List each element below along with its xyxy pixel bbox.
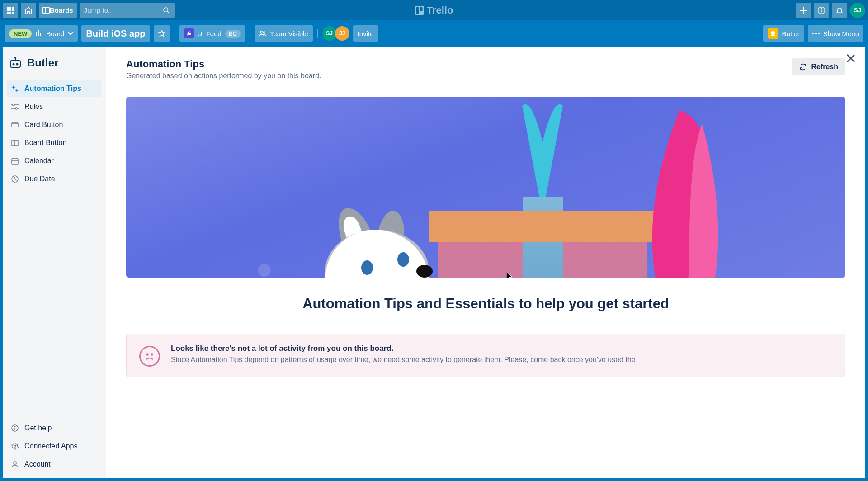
board-title-text: Build iOS app	[86, 28, 145, 39]
info-icon	[817, 6, 826, 14]
show-menu-label: Show Menu	[823, 30, 859, 38]
nav-label: Rules	[24, 103, 43, 111]
notifications-button[interactable]	[832, 3, 847, 18]
refresh-button[interactable]: Refresh	[792, 58, 845, 75]
svg-point-28	[812, 33, 814, 34]
invite-button[interactable]: Invite	[353, 25, 378, 42]
info-icon	[11, 424, 19, 432]
hero-title: Automation Tips and Essentials to help y…	[126, 296, 845, 312]
nav-label: Connected Apps	[24, 442, 77, 450]
bell-icon	[835, 6, 844, 14]
svg-marker-37	[15, 89, 19, 92]
nav-connected-apps[interactable]: Connected Apps	[7, 438, 101, 455]
board-bars-icon	[35, 30, 42, 37]
hero-illustration	[126, 97, 845, 278]
create-button[interactable]	[796, 3, 811, 18]
nav-get-help[interactable]: Get help	[7, 420, 101, 437]
nav-label: Board Button	[24, 139, 66, 147]
team-icon	[259, 30, 266, 37]
boards-icon	[42, 7, 50, 14]
nav-due-date[interactable]: Due Date	[7, 170, 101, 188]
global-topbar: Boards Trello SJ	[0, 0, 868, 20]
ui-feed-label: UI Feed	[198, 30, 222, 38]
nav-card-button[interactable]: Card Button	[7, 116, 101, 133]
board-switch-label: Board	[46, 30, 64, 38]
mouse-cursor-icon	[506, 271, 513, 278]
svg-rect-2	[12, 7, 14, 9]
search-box[interactable]	[80, 3, 175, 18]
svg-rect-42	[12, 123, 18, 127]
svg-point-59	[151, 354, 153, 355]
refresh-icon	[799, 63, 807, 71]
notice-title: Looks like there's not a lot of activity…	[171, 344, 636, 353]
search-input[interactable]	[84, 6, 170, 14]
card-icon	[11, 122, 19, 127]
svg-point-41	[15, 108, 17, 109]
close-button[interactable]	[846, 54, 855, 63]
boards-button[interactable]: Boards	[39, 3, 77, 18]
divider	[175, 29, 175, 38]
apps-menu-button[interactable]	[3, 3, 18, 18]
divider	[317, 29, 318, 38]
board-icon	[11, 140, 19, 146]
nav-label: Card Button	[24, 121, 63, 129]
more-icon	[812, 33, 820, 34]
brand-name: Trello	[427, 5, 453, 16]
svg-rect-6	[7, 12, 9, 14]
svg-rect-5	[12, 9, 14, 11]
close-icon	[846, 54, 855, 63]
member-avatar[interactable]: JJ	[335, 26, 349, 41]
show-menu-button[interactable]: Show Menu	[808, 25, 863, 42]
svg-point-20	[821, 8, 822, 9]
svg-rect-31	[10, 61, 20, 67]
board-switcher[interactable]: NEW Board	[5, 25, 78, 42]
svg-point-39	[13, 104, 14, 106]
butler-button[interactable]: Butler	[763, 25, 804, 42]
svg-point-33	[15, 57, 16, 58]
nav-automation-tips[interactable]: Automation Tips	[7, 80, 101, 97]
svg-point-26	[263, 32, 265, 33]
svg-point-30	[818, 33, 820, 34]
svg-rect-0	[7, 7, 9, 9]
star-board-button[interactable]	[154, 25, 170, 42]
visibility-label: Team Visible	[270, 30, 308, 38]
home-button[interactable]	[21, 3, 36, 18]
member-avatar[interactable]: SJ	[322, 26, 337, 41]
content-header: Automation Tips Generated based on actio…	[126, 58, 845, 92]
svg-rect-1	[9, 7, 11, 9]
divider	[250, 29, 250, 38]
page-subheading: Generated based on actions performed by …	[126, 72, 321, 80]
refresh-label: Refresh	[811, 63, 838, 71]
user-avatar[interactable]: SJ	[850, 3, 865, 18]
ui-feed-chip[interactable]: UI Feed BC	[179, 25, 245, 42]
invite-label: Invite	[358, 30, 374, 38]
nav-board-button[interactable]: Board Button	[7, 134, 101, 151]
ribbon-curl-icon	[621, 97, 738, 278]
gear-icon	[11, 443, 19, 450]
svg-point-35	[17, 64, 18, 65]
boards-label: Boards	[50, 6, 73, 14]
low-activity-notice: Looks like there's not a lot of activity…	[126, 334, 845, 377]
nav-rules[interactable]: Rules	[7, 98, 101, 115]
svg-point-55	[14, 462, 16, 464]
svg-point-11	[164, 8, 168, 12]
svg-line-12	[167, 11, 169, 13]
svg-point-34	[13, 64, 14, 65]
nav-label: Account	[24, 460, 51, 468]
gift-bow-icon	[504, 97, 581, 214]
nav-label: Automation Tips	[24, 85, 81, 93]
calendar-icon	[11, 157, 19, 165]
svg-rect-14	[416, 7, 419, 14]
svg-rect-8	[12, 12, 14, 14]
info-button[interactable]	[814, 3, 829, 18]
avatar-initials: SJ	[854, 7, 861, 14]
chevron-down-icon	[68, 32, 73, 35]
nav-calendar[interactable]: Calendar	[7, 152, 101, 170]
sparkle-icon	[11, 85, 19, 92]
content-area: Automation Tips Generated based on actio…	[106, 47, 865, 478]
nav-account[interactable]: Account	[7, 456, 101, 473]
svg-point-25	[260, 31, 263, 33]
decorative-bubble	[258, 264, 271, 277]
board-title[interactable]: Build iOS app	[81, 25, 150, 42]
visibility-chip[interactable]: Team Visible	[255, 25, 313, 42]
